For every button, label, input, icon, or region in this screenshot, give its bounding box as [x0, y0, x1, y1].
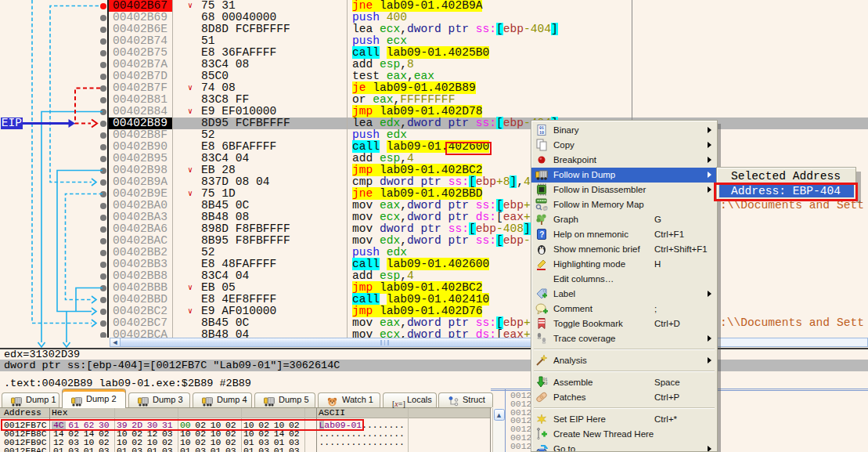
svg-text:@: @: [542, 205, 548, 211]
svg-text:10: 10: [543, 381, 548, 385]
svg-text:?: ?: [539, 230, 544, 239]
svg-text:10: 10: [539, 131, 544, 136]
